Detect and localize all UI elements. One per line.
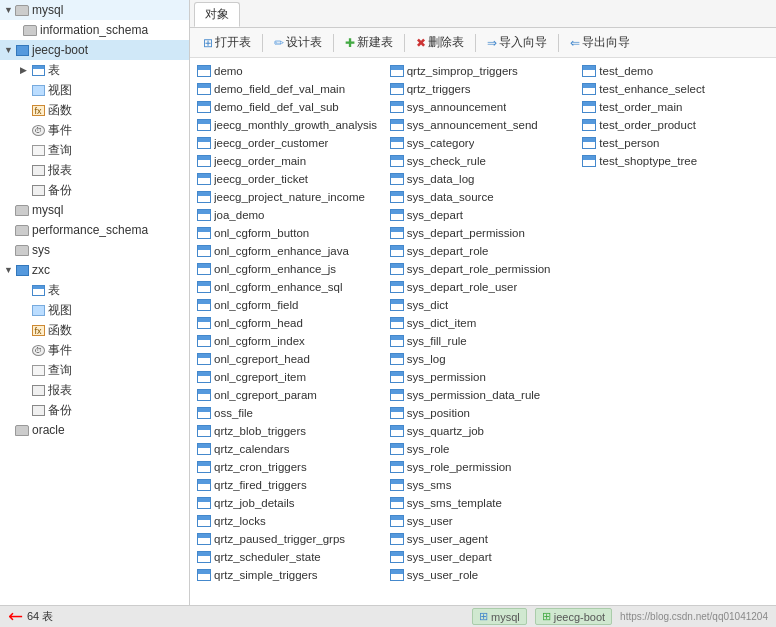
table-item[interactable] — [579, 476, 772, 494]
sidebar-item-zxc-reports[interactable]: 报表 — [0, 380, 189, 400]
table-item[interactable]: onl_cgform_enhance_java — [194, 242, 387, 260]
table-item[interactable]: jeecg_order_main — [194, 152, 387, 170]
table-item[interactable]: test_demo — [579, 62, 772, 80]
open-table-button[interactable]: ⊞ 打开表 — [196, 31, 258, 54]
sidebar-item-jeecg-boot[interactable]: ▼ jeecg-boot — [0, 40, 189, 60]
table-item[interactable] — [579, 350, 772, 368]
table-item[interactable]: test_enhance_select — [579, 80, 772, 98]
sidebar-item-tables[interactable]: ▶ 表 — [0, 60, 189, 80]
table-item[interactable]: oss_file — [194, 404, 387, 422]
table-item[interactable]: sys_announcement — [387, 98, 580, 116]
table-item[interactable]: sys_sms — [387, 476, 580, 494]
sidebar-item-zxc-backups[interactable]: 备份 — [0, 400, 189, 420]
table-item[interactable]: sys_sms_template — [387, 494, 580, 512]
table-item[interactable]: sys_user_agent — [387, 530, 580, 548]
table-item[interactable]: qrtz_blob_triggers — [194, 422, 387, 440]
table-item[interactable]: sys_log — [387, 350, 580, 368]
table-item[interactable] — [579, 206, 772, 224]
sidebar-item-zxc[interactable]: ▼ zxc — [0, 260, 189, 280]
table-item[interactable]: sys_permission_data_rule — [387, 386, 580, 404]
import-wizard-button[interactable]: ⇒ 导入向导 — [480, 31, 554, 54]
table-item[interactable] — [579, 512, 772, 530]
table-item[interactable] — [579, 566, 772, 584]
sidebar-item-sys[interactable]: sys — [0, 240, 189, 260]
table-item[interactable]: sys_role_permission — [387, 458, 580, 476]
table-item[interactable] — [579, 224, 772, 242]
table-item[interactable]: sys_dict — [387, 296, 580, 314]
table-item[interactable] — [579, 494, 772, 512]
table-item[interactable] — [579, 188, 772, 206]
table-item[interactable]: onl_cgreport_param — [194, 386, 387, 404]
table-item[interactable] — [579, 386, 772, 404]
table-item[interactable]: qrtz_fired_triggers — [194, 476, 387, 494]
table-item[interactable] — [579, 530, 772, 548]
tab-objects[interactable]: 对象 — [194, 2, 240, 27]
sidebar-item-mysql2[interactable]: mysql — [0, 200, 189, 220]
table-item[interactable]: onl_cgreport_item — [194, 368, 387, 386]
table-item[interactable]: sys_announcement_send — [387, 116, 580, 134]
table-item[interactable]: onl_cgform_head — [194, 314, 387, 332]
table-item[interactable] — [579, 548, 772, 566]
table-item[interactable] — [579, 260, 772, 278]
table-item[interactable]: qrtz_job_details — [194, 494, 387, 512]
sidebar-item-perf-schema[interactable]: performance_schema — [0, 220, 189, 240]
table-item[interactable] — [579, 458, 772, 476]
design-table-button[interactable]: ✏ 设计表 — [267, 31, 329, 54]
table-item[interactable]: sys_user_role — [387, 566, 580, 584]
table-item[interactable]: sys_depart_role_user — [387, 278, 580, 296]
table-item[interactable] — [579, 242, 772, 260]
table-item[interactable]: sys_check_rule — [387, 152, 580, 170]
table-item[interactable]: qrtz_simple_triggers — [194, 566, 387, 584]
sidebar-item-info-schema[interactable]: information_schema — [0, 20, 189, 40]
table-item[interactable]: demo — [194, 62, 387, 80]
table-item[interactable]: test_order_product — [579, 116, 772, 134]
table-item[interactable]: sys_depart_permission — [387, 224, 580, 242]
sidebar-item-reports[interactable]: 报表 — [0, 160, 189, 180]
sidebar-item-functions[interactable]: fx 函数 — [0, 100, 189, 120]
table-item[interactable]: sys_quartz_job — [387, 422, 580, 440]
table-item[interactable]: qrtz_calendars — [194, 440, 387, 458]
sidebar-item-views[interactable]: 视图 — [0, 80, 189, 100]
table-item[interactable]: onl_cgform_button — [194, 224, 387, 242]
table-item[interactable]: demo_field_def_val_main — [194, 80, 387, 98]
table-item[interactable] — [579, 368, 772, 386]
table-item[interactable]: onl_cgform_enhance_js — [194, 260, 387, 278]
table-item[interactable]: qrtz_scheduler_state — [194, 548, 387, 566]
table-item[interactable]: test_person — [579, 134, 772, 152]
table-item[interactable]: sys_depart_role — [387, 242, 580, 260]
table-item[interactable] — [579, 404, 772, 422]
table-item[interactable]: onl_cgform_index — [194, 332, 387, 350]
sidebar-item-zxc-functions[interactable]: fx 函数 — [0, 320, 189, 340]
table-item[interactable]: onl_cgform_field — [194, 296, 387, 314]
table-item[interactable] — [579, 332, 772, 350]
table-item[interactable]: qrtz_paused_trigger_grps — [194, 530, 387, 548]
table-item[interactable]: qrtz_simprop_triggers — [387, 62, 580, 80]
table-item[interactable] — [579, 314, 772, 332]
table-item[interactable]: jeecg_order_ticket — [194, 170, 387, 188]
table-item[interactable]: sys_position — [387, 404, 580, 422]
table-item[interactable] — [579, 296, 772, 314]
jeecg-status-badge[interactable]: ⊞ jeecg-boot — [535, 608, 612, 625]
table-item[interactable]: jeecg_order_customer — [194, 134, 387, 152]
sidebar-item-events[interactable]: ⏱ 事件 — [0, 120, 189, 140]
table-item[interactable]: test_order_main — [579, 98, 772, 116]
table-item[interactable]: sys_dict_item — [387, 314, 580, 332]
table-item[interactable]: sys_category — [387, 134, 580, 152]
table-item[interactable]: sys_depart — [387, 206, 580, 224]
sidebar-item-zxc-events[interactable]: ⏱ 事件 — [0, 340, 189, 360]
new-table-button[interactable]: ✚ 新建表 — [338, 31, 400, 54]
sidebar-item-mysql-root[interactable]: ▼ mysql — [0, 0, 189, 20]
table-item[interactable]: qrtz_triggers — [387, 80, 580, 98]
table-item[interactable]: sys_depart_role_permission — [387, 260, 580, 278]
sidebar-item-oracle[interactable]: oracle — [0, 420, 189, 440]
export-wizard-button[interactable]: ⇐ 导出向导 — [563, 31, 637, 54]
table-item[interactable]: sys_data_log — [387, 170, 580, 188]
table-item[interactable] — [579, 170, 772, 188]
table-item[interactable]: qrtz_locks — [194, 512, 387, 530]
table-item[interactable]: sys_data_source — [387, 188, 580, 206]
sidebar-item-backups[interactable]: 备份 — [0, 180, 189, 200]
table-item[interactable]: sys_permission — [387, 368, 580, 386]
table-item[interactable]: jeecg_project_nature_income — [194, 188, 387, 206]
delete-table-button[interactable]: ✖ 删除表 — [409, 31, 471, 54]
table-item[interactable]: sys_role — [387, 440, 580, 458]
